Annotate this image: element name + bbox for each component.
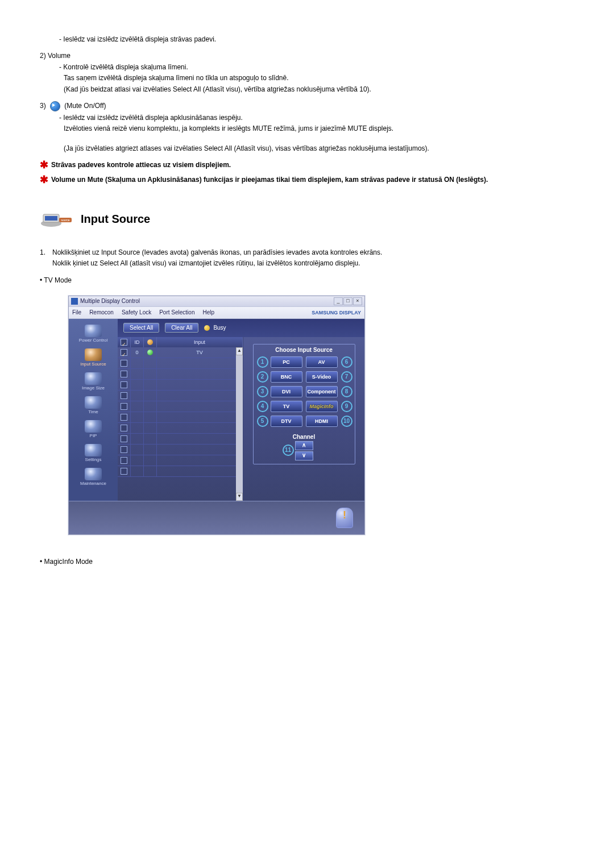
minimize-button[interactable]: _ <box>334 297 343 305</box>
sidebar-item-image-size[interactable]: Image Size <box>73 371 113 393</box>
item3-line1: - Ieslēdz vai izslēdz izvēlētā displeja … <box>59 113 586 123</box>
sidebar-label-pip: PIP <box>90 433 97 438</box>
sidebar-label-power: Power Control <box>79 338 108 343</box>
step1-line1: Noklikšķiniet uz Input Source (Ievades a… <box>52 247 382 258</box>
item3-line2: Izvēloties vienā reizē vienu komplektu, … <box>64 123 586 134</box>
callout-6: 6 <box>341 356 352 368</box>
source-av-button[interactable]: AV <box>306 356 338 368</box>
busy-label: Busy <box>213 325 226 331</box>
sidebar-item-maintenance[interactable]: Maintenance <box>73 467 113 488</box>
callout-11: 11 <box>283 445 294 456</box>
source-magicinfo-button[interactable]: MagicInfo <box>306 401 338 412</box>
menu-help[interactable]: Help <box>202 309 214 315</box>
svg-text:source: source <box>61 218 69 222</box>
sidebar-item-time[interactable]: Time <box>73 395 113 417</box>
row-checkbox[interactable] <box>121 435 127 442</box>
note-1: ✱ Strāvas padeves kontrole attiecas uz v… <box>40 160 586 170</box>
sidebar-item-pip[interactable]: PIP <box>73 419 113 441</box>
channel-label: Channel <box>254 434 355 440</box>
close-button[interactable]: × <box>353 297 362 305</box>
window-title: Multiple Display Control <box>80 298 140 304</box>
maximize-button[interactable]: □ <box>343 297 352 305</box>
row-checkbox[interactable] <box>121 371 127 377</box>
pip-icon <box>85 420 102 433</box>
source-bnc-button[interactable]: BNC <box>271 371 302 383</box>
col-input: Input <box>157 337 243 347</box>
step-1: 1. Noklikšķiniet uz Input Source (Ievade… <box>40 247 586 269</box>
scroll-down-icon[interactable]: ▼ <box>236 493 243 501</box>
source-dvi-button[interactable]: DVI <box>271 386 302 397</box>
sidebar-item-power[interactable]: Power Control <box>73 323 113 345</box>
callout-8: 8 <box>341 386 352 397</box>
source-pc-button[interactable]: PC <box>271 356 302 368</box>
callout-10: 10 <box>341 416 352 427</box>
row-checkbox[interactable] <box>121 468 127 475</box>
source-hdmi-button[interactable]: HDMI <box>306 416 338 427</box>
row-checkbox[interactable] <box>121 392 127 399</box>
item2-line3: (Kad jūs beidzat atlasi vai izvēlaties S… <box>64 84 586 95</box>
input-source-icon: source <box>40 207 74 230</box>
note-2-text: Volume un Mute (Skaļuma un Apklusināšana… <box>51 175 488 185</box>
col-id: ID <box>131 337 144 347</box>
col-check[interactable] <box>118 337 131 347</box>
mdc-window: Multiple Display Control _ □ × File Remo… <box>68 296 365 535</box>
input-source-panel: Choose Input Source 1 PC AV 6 2 BNC S-Vi <box>243 337 364 501</box>
row-checkbox[interactable] <box>121 425 127 431</box>
clear-all-button[interactable]: Clear All <box>165 323 198 333</box>
menu-port-selection[interactable]: Port Selection <box>159 309 194 315</box>
item3-line3: (Ja jūs izvēlaties atgriezt atlases vai … <box>64 143 586 154</box>
callout-3: 3 <box>257 386 268 397</box>
channel-up-button[interactable]: ∧ <box>295 441 313 450</box>
item2-line2: Tas saņem izvēlētā displeja skaļuma līme… <box>64 73 586 84</box>
source-dtv-button[interactable]: DTV <box>271 416 302 427</box>
row-checkbox[interactable] <box>121 381 127 388</box>
power-sub-text: - Ieslēdz vai izslēdz izvēlētā displeja … <box>59 34 586 45</box>
row-checkbox[interactable] <box>121 349 127 356</box>
power-sub-line: - Ieslēdz vai izslēdz izvēlētā displeja … <box>40 34 586 45</box>
menubar: File Remocon Safety Lock Port Selection … <box>69 307 364 319</box>
sidebar-label-image: Image Size <box>82 385 105 391</box>
source-tv-button[interactable]: TV <box>271 401 302 412</box>
callout-4: 4 <box>257 401 268 412</box>
row-checkbox[interactable] <box>121 414 127 421</box>
mdc-screenshot: Multiple Display Control _ □ × File Remo… <box>68 296 586 535</box>
titlebar: Multiple Display Control _ □ × <box>69 296 364 307</box>
step1-line2: Noklik ķiniet uz Select All (atlasīt vis… <box>52 258 382 269</box>
channel-down-button[interactable]: ∨ <box>295 451 313 460</box>
table-row[interactable]: 0 TV <box>118 347 243 358</box>
grid-scrollbar[interactable]: ▲ ▼ <box>236 347 243 501</box>
input-icon <box>85 348 102 361</box>
callout-2: 2 <box>257 371 268 383</box>
menu-safety-lock[interactable]: Safety Lock <box>122 309 151 315</box>
section-header: source Input Source <box>40 207 586 230</box>
sidebar-item-settings[interactable]: Settings <box>73 443 113 464</box>
menu-file[interactable]: File <box>72 309 81 315</box>
bullet-magicinfo-mode: • MagicInfo Mode <box>40 558 586 566</box>
settings-icon <box>85 444 102 456</box>
sidebar-item-input[interactable]: Input Source <box>73 347 113 369</box>
sidebar: Power Control Input Source Image Size <box>69 319 118 501</box>
info-icon[interactable]: ! <box>336 508 353 528</box>
window-footer: ! <box>69 501 364 534</box>
sidebar-label-settings: Settings <box>85 457 102 462</box>
star-icon: ✱ <box>40 160 51 170</box>
row-checkbox[interactable] <box>121 403 127 410</box>
note-1-text: Strāvas padeves kontrole attiecas uz vis… <box>51 160 231 170</box>
callout-7: 7 <box>341 371 352 383</box>
sidebar-label-input: Input Source <box>80 362 106 367</box>
row-checkbox[interactable] <box>121 360 127 367</box>
source-component-button[interactable]: Component <box>306 386 338 397</box>
menu-remocon[interactable]: Remocon <box>89 309 114 315</box>
row-power-led <box>147 350 153 355</box>
select-all-button[interactable]: Select All <box>123 323 159 333</box>
busy-icon <box>204 325 210 331</box>
item3-number: 3) <box>40 102 46 110</box>
item2-label: Volume <box>48 52 70 60</box>
toolbar: Select All Clear All Busy <box>118 319 364 337</box>
scroll-up-icon[interactable]: ▲ <box>236 347 243 355</box>
row-checkbox[interactable] <box>121 446 127 453</box>
row-checkbox[interactable] <box>121 457 127 464</box>
source-svideo-button[interactable]: S-Video <box>306 371 338 383</box>
display-grid: ID Input 0 TV <box>118 337 243 501</box>
volume-item: 2) Volume - Kontrolē izvēlētā displeja s… <box>40 51 586 95</box>
